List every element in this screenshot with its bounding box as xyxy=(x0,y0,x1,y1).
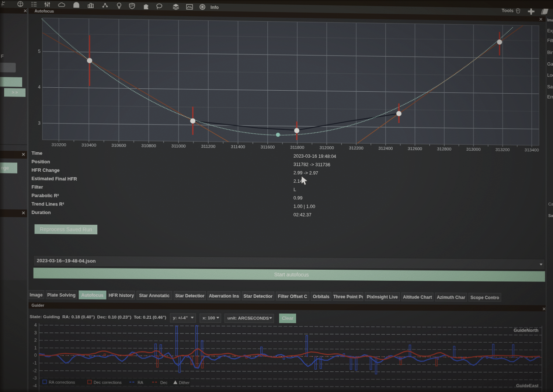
svg-text:-1: -1 xyxy=(33,360,37,365)
svg-text:RA: RA xyxy=(138,380,143,385)
svg-text:GuideEast: GuideEast xyxy=(516,383,539,388)
svg-text:-2: -2 xyxy=(33,368,37,373)
svg-text:4: 4 xyxy=(34,323,37,328)
svg-text:-3: -3 xyxy=(33,376,37,381)
svg-text:Dec corrections: Dec corrections xyxy=(94,380,122,385)
svg-text:1: 1 xyxy=(34,345,37,350)
svg-text:3: 3 xyxy=(34,330,37,335)
svg-text:Dither: Dither xyxy=(179,381,189,385)
svg-text:Dec: Dec xyxy=(160,380,168,385)
svg-text:-4: -4 xyxy=(33,383,37,388)
svg-text:RA corrections: RA corrections xyxy=(49,380,75,385)
svg-text:GuideNorth: GuideNorth xyxy=(514,328,539,333)
svg-text:0: 0 xyxy=(34,353,37,358)
svg-text:2: 2 xyxy=(34,338,37,343)
